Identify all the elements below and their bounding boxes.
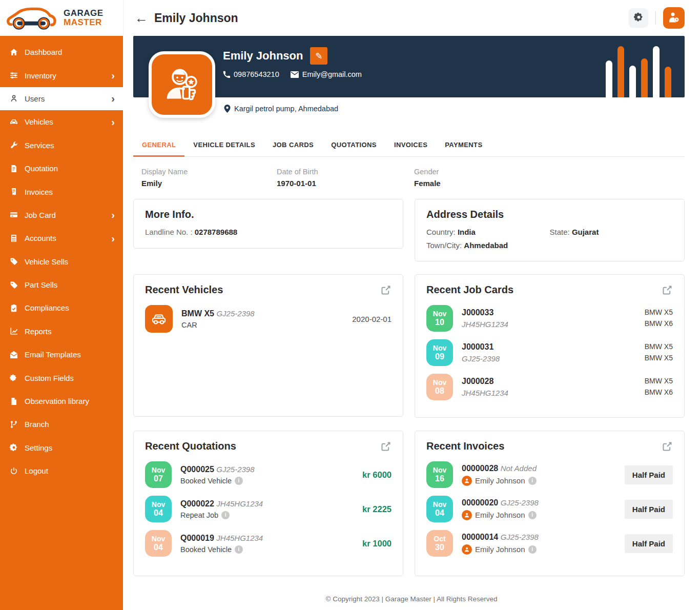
field-display-name: Display Name Emily <box>141 168 277 188</box>
back-button[interactable]: ← <box>135 11 148 25</box>
tab-invoices[interactable]: INVOICES <box>385 135 436 157</box>
sidebar-item-email-templates[interactable]: Email Templates <box>0 343 123 366</box>
location-pin-icon <box>224 105 231 113</box>
general-info-row: Display Name Emily Date of Birth 1970-01… <box>133 157 685 199</box>
tab-quotations[interactable]: QUOTATIONS <box>322 135 385 157</box>
customer-avatar-icon <box>462 510 472 520</box>
sidebar-item-vehicle-sells[interactable]: Vehicle Sells <box>0 250 123 273</box>
info-icon[interactable]: i <box>528 545 537 554</box>
vehicle-date: 2020-02-01 <box>352 315 392 323</box>
quotation-plate: GJ25-2398 <box>216 465 254 474</box>
user-history-button[interactable] <box>663 7 685 29</box>
sidebar-menu: Dashboard Inventory › Users › Vehicles ›… <box>0 36 123 482</box>
quotation-list-item[interactable]: Nov07 Q000025 GJ25-2398 Booked Vehiclei … <box>145 461 392 488</box>
invoice-list-item[interactable]: Oct30 00000014 GJ25-2398 Emily Johnsoni … <box>426 530 673 557</box>
info-icon[interactable]: i <box>235 545 243 554</box>
vehicle-list-item[interactable]: BMW X5 GJ25-2398 CAR 2020-02-01 <box>145 305 392 333</box>
sidebar-item-vehicles[interactable]: Vehicles › <box>0 110 123 133</box>
address-details-card: Address Details Country: India State: Gu… <box>415 199 685 261</box>
date-badge: Nov09 <box>426 339 453 366</box>
recent-vehicles-card: Recent Vehicles BMW X5 GJ25-2398 CAR 202… <box>133 274 403 417</box>
power-icon <box>9 466 18 475</box>
edit-profile-button[interactable]: ✎ <box>310 47 327 65</box>
payment-status-badge[interactable]: Half Paid <box>625 465 673 484</box>
job-card-list-item[interactable]: Nov10 J000033 JH45HG1234 BMW X5 BMW X6 <box>426 305 673 332</box>
sidebar-item-inventory[interactable]: Inventory › <box>0 64 123 87</box>
gear-icon <box>9 443 18 452</box>
sidebar-item-observation-library[interactable]: Observation library <box>0 390 123 413</box>
job-card-list-item[interactable]: Nov08 J000028 JH45HG1234 BMW X5 BMW X6 <box>426 374 673 400</box>
tag-icon <box>9 257 18 266</box>
chevron-right-icon: › <box>111 70 115 80</box>
code-branch-icon <box>9 420 18 429</box>
envelope-icon <box>291 71 299 78</box>
recent-job-cards-title: Recent Job Cards <box>426 284 513 296</box>
car-icon <box>9 117 18 126</box>
sidebar-item-part-sells[interactable]: Part Sells <box>0 273 123 296</box>
info-icon[interactable]: i <box>221 511 230 519</box>
app-window: GARAGE MASTER Dashboard Inventory › User… <box>0 0 700 610</box>
profile-banner: Emily Johnson ✎ 09876543210 Emily@gmail.… <box>133 36 685 97</box>
sidebar-item-quotation[interactable]: Quotation <box>0 157 123 180</box>
quotation-list-item[interactable]: Nov04 Q000022 JH45HG1234 Repeat Jobi kr … <box>145 496 392 522</box>
sidebar-item-settings[interactable]: Settings <box>0 436 123 459</box>
info-icon[interactable]: i <box>235 477 243 485</box>
quotation-number: Q000019 <box>180 534 214 542</box>
quotation-status: Repeat Job <box>180 511 218 519</box>
info-icon[interactable]: i <box>528 477 537 485</box>
sidebar-item-users[interactable]: Users › <box>0 87 123 110</box>
quotation-list-item[interactable]: Nov04 Q000019 JH45HG1234 Booked Vehiclei… <box>145 530 392 557</box>
address-country: Country: India <box>426 228 550 236</box>
sidebar-item-logout[interactable]: Logout <box>0 459 123 482</box>
tab-vehicle-details[interactable]: VEHICLE DETAILS <box>184 135 264 157</box>
sidebar-item-invoices[interactable]: Invoices <box>0 180 123 203</box>
date-badge: Oct30 <box>426 530 453 557</box>
invoice-number: 00000028 <box>462 464 498 473</box>
address-town: Town/City: Ahmedabad <box>426 241 550 250</box>
invoice-list-item[interactable]: Nov16 00000028 Not Added Emily Johnsoni … <box>426 461 673 488</box>
external-link-icon[interactable] <box>380 441 392 452</box>
invoice-list-item[interactable]: Nov04 00000020 GJ25-2398 Emily Johnsoni … <box>426 496 673 522</box>
profile-tabs: GENERAL VEHICLE DETAILS JOB CARDS QUOTAT… <box>133 135 685 157</box>
vehicle-type: CAR <box>181 321 343 329</box>
profile-name: Emily Johnson <box>223 49 303 63</box>
date-badge: Nov07 <box>145 461 172 488</box>
sidebar-item-compliances[interactable]: Compliances <box>0 296 123 319</box>
recent-vehicles-title: Recent Vehicles <box>145 284 223 296</box>
invoice-plate: Not Added <box>501 464 537 473</box>
user-clock-icon <box>668 11 680 25</box>
sidebar-item-dashboard[interactable]: Dashboard <box>0 40 123 64</box>
payment-status-badge[interactable]: Half Paid <box>625 534 673 553</box>
sidebar-item-job-card[interactable]: Job Card › <box>0 204 123 227</box>
cards-grid: More Info. Landline No. : 0278789688 Add… <box>133 199 685 578</box>
external-link-icon[interactable] <box>662 284 673 296</box>
invoice-number: 00000014 <box>462 533 498 541</box>
external-link-icon[interactable] <box>662 441 673 452</box>
invoice-number: 00000020 <box>462 498 498 507</box>
topbar: ← Emily Johnson <box>123 0 700 36</box>
external-link-icon[interactable] <box>380 284 392 296</box>
brand-logo[interactable]: GARAGE MASTER <box>0 0 123 36</box>
info-icon[interactable]: i <box>528 511 537 519</box>
payment-status-badge[interactable]: Half Paid <box>625 500 673 519</box>
date-badge: Nov08 <box>426 374 453 400</box>
more-info-title: More Info. <box>145 209 392 220</box>
tab-general[interactable]: GENERAL <box>133 135 184 157</box>
sidebar-item-reports[interactable]: Reports <box>0 320 123 343</box>
job-card-vehicles: BMW X5 BMW X5 <box>645 341 673 363</box>
settings-button[interactable] <box>629 8 648 28</box>
pencil-icon: ✎ <box>315 51 322 62</box>
job-card-list-item[interactable]: Nov09 J000031 GJ25-2398 BMW X5 BMW X5 <box>426 339 673 366</box>
sidebar-item-accounts[interactable]: Accounts › <box>0 227 123 250</box>
decorative-bars <box>606 46 671 97</box>
sidebar-item-services[interactable]: Services <box>0 134 123 157</box>
tab-job-cards[interactable]: JOB CARDS <box>264 135 322 157</box>
sidebar-item-custom-fields[interactable]: Custom Fields <box>0 366 123 389</box>
chevron-right-icon: › <box>111 233 115 243</box>
tab-payments[interactable]: PAYMENTS <box>436 135 491 157</box>
recent-quotations-card: Recent Quotations Nov07 Q000025 GJ25-239… <box>133 431 403 576</box>
sidebar-item-branch[interactable]: Branch <box>0 413 123 436</box>
date-badge: Nov16 <box>426 461 453 488</box>
quotation-status: Booked Vehicle <box>180 545 232 554</box>
job-card-number: J000033 <box>462 308 636 317</box>
